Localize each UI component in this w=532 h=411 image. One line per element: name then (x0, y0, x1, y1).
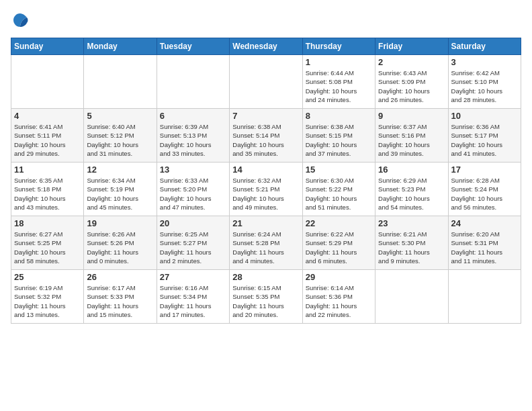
calendar-cell: 16Sunrise: 6:29 AM Sunset: 5:23 PM Dayli… (375, 163, 448, 216)
calendar-cell: 26Sunrise: 6:17 AM Sunset: 5:33 PM Dayli… (84, 270, 157, 324)
day-number: 13 (160, 165, 226, 175)
calendar-cell: 1Sunrise: 6:44 AM Sunset: 5:08 PM Daylig… (302, 55, 375, 109)
calendar-cell: 11Sunrise: 6:35 AM Sunset: 5:18 PM Dayli… (11, 163, 84, 216)
calendar-cell: 12Sunrise: 6:34 AM Sunset: 5:19 PM Dayli… (84, 163, 157, 216)
day-info: Sunrise: 6:38 AM Sunset: 5:15 PM Dayligh… (306, 122, 372, 158)
day-number: 15 (306, 165, 372, 175)
calendar-cell: 22Sunrise: 6:22 AM Sunset: 5:29 PM Dayli… (302, 216, 375, 270)
calendar-cell (448, 270, 521, 324)
day-number: 22 (306, 218, 372, 228)
day-info: Sunrise: 6:38 AM Sunset: 5:14 PM Dayligh… (232, 122, 299, 158)
calendar-cell: 28Sunrise: 6:15 AM Sunset: 5:35 PM Dayli… (230, 270, 302, 324)
calendar-cell: 24Sunrise: 6:20 AM Sunset: 5:31 PM Dayli… (448, 216, 521, 270)
calendar-week-3: 11Sunrise: 6:35 AM Sunset: 5:18 PM Dayli… (11, 163, 521, 216)
calendar-cell: 29Sunrise: 6:14 AM Sunset: 5:36 PM Dayli… (302, 270, 375, 324)
calendar-cell: 21Sunrise: 6:24 AM Sunset: 5:28 PM Dayli… (230, 216, 302, 270)
calendar-week-1: 1Sunrise: 6:44 AM Sunset: 5:08 PM Daylig… (11, 55, 521, 109)
day-number: 7 (232, 111, 299, 121)
calendar-cell: 15Sunrise: 6:30 AM Sunset: 5:22 PM Dayli… (302, 163, 375, 216)
day-number: 29 (306, 272, 372, 282)
calendar-table: SundayMondayTuesdayWednesdayThursdayFrid… (11, 38, 521, 324)
day-number: 11 (14, 165, 81, 175)
day-info: Sunrise: 6:22 AM Sunset: 5:29 PM Dayligh… (306, 230, 372, 265)
calendar-cell (11, 55, 84, 109)
day-number: 20 (160, 218, 226, 228)
day-info: Sunrise: 6:24 AM Sunset: 5:28 PM Dayligh… (232, 230, 299, 265)
calendar-cell: 18Sunrise: 6:27 AM Sunset: 5:25 PM Dayli… (11, 216, 84, 270)
day-number: 25 (14, 272, 81, 282)
day-info: Sunrise: 6:26 AM Sunset: 5:26 PM Dayligh… (87, 230, 153, 265)
calendar-cell: 2Sunrise: 6:43 AM Sunset: 5:09 PM Daylig… (375, 55, 448, 109)
calendar-cell: 13Sunrise: 6:33 AM Sunset: 5:20 PM Dayli… (157, 163, 229, 216)
calendar-week-2: 4Sunrise: 6:41 AM Sunset: 5:11 PM Daylig… (11, 109, 521, 163)
calendar-week-4: 18Sunrise: 6:27 AM Sunset: 5:25 PM Dayli… (11, 216, 521, 270)
calendar-cell: 10Sunrise: 6:36 AM Sunset: 5:17 PM Dayli… (448, 109, 521, 163)
logo (11, 11, 32, 30)
day-number: 28 (232, 272, 299, 282)
calendar-cell: 4Sunrise: 6:41 AM Sunset: 5:11 PM Daylig… (11, 109, 84, 163)
day-number: 6 (160, 111, 226, 121)
day-number: 9 (378, 111, 445, 121)
day-info: Sunrise: 6:34 AM Sunset: 5:19 PM Dayligh… (87, 176, 153, 212)
calendar-cell: 3Sunrise: 6:42 AM Sunset: 5:10 PM Daylig… (448, 55, 521, 109)
logo-icon (11, 11, 30, 30)
day-number: 18 (14, 218, 81, 228)
day-number: 4 (14, 111, 81, 121)
column-header-wednesday: Wednesday (230, 38, 302, 55)
day-number: 21 (232, 218, 299, 228)
day-info: Sunrise: 6:28 AM Sunset: 5:24 PM Dayligh… (451, 176, 518, 212)
day-number: 12 (87, 165, 153, 175)
header (11, 11, 521, 30)
day-info: Sunrise: 6:25 AM Sunset: 5:27 PM Dayligh… (160, 230, 226, 265)
day-number: 16 (378, 165, 445, 175)
calendar-week-5: 25Sunrise: 6:19 AM Sunset: 5:32 PM Dayli… (11, 270, 521, 324)
day-number: 14 (232, 165, 299, 175)
calendar-cell: 8Sunrise: 6:38 AM Sunset: 5:15 PM Daylig… (302, 109, 375, 163)
day-info: Sunrise: 6:43 AM Sunset: 5:09 PM Dayligh… (378, 68, 445, 104)
day-info: Sunrise: 6:20 AM Sunset: 5:31 PM Dayligh… (451, 230, 518, 265)
day-info: Sunrise: 6:40 AM Sunset: 5:12 PM Dayligh… (87, 122, 153, 158)
day-number: 23 (378, 218, 445, 228)
day-info: Sunrise: 6:44 AM Sunset: 5:08 PM Dayligh… (306, 68, 372, 104)
calendar-cell: 17Sunrise: 6:28 AM Sunset: 5:24 PM Dayli… (448, 163, 521, 216)
day-number: 24 (451, 218, 518, 228)
day-info: Sunrise: 6:42 AM Sunset: 5:10 PM Dayligh… (451, 68, 518, 104)
day-number: 17 (451, 165, 518, 175)
column-header-monday: Monday (84, 38, 157, 55)
column-header-tuesday: Tuesday (157, 38, 229, 55)
calendar-cell (84, 55, 157, 109)
calendar-cell: 20Sunrise: 6:25 AM Sunset: 5:27 PM Dayli… (157, 216, 229, 270)
day-info: Sunrise: 6:36 AM Sunset: 5:17 PM Dayligh… (451, 122, 518, 158)
day-info: Sunrise: 6:32 AM Sunset: 5:21 PM Dayligh… (232, 176, 299, 212)
day-info: Sunrise: 6:19 AM Sunset: 5:32 PM Dayligh… (14, 283, 81, 319)
day-info: Sunrise: 6:14 AM Sunset: 5:36 PM Dayligh… (306, 283, 372, 319)
day-number: 26 (87, 272, 153, 282)
day-info: Sunrise: 6:21 AM Sunset: 5:30 PM Dayligh… (378, 230, 445, 265)
day-info: Sunrise: 6:17 AM Sunset: 5:33 PM Dayligh… (87, 283, 153, 319)
day-info: Sunrise: 6:15 AM Sunset: 5:35 PM Dayligh… (232, 283, 299, 319)
day-info: Sunrise: 6:30 AM Sunset: 5:22 PM Dayligh… (306, 176, 372, 212)
day-number: 1 (306, 57, 372, 67)
day-info: Sunrise: 6:16 AM Sunset: 5:34 PM Dayligh… (160, 283, 226, 319)
day-info: Sunrise: 6:33 AM Sunset: 5:20 PM Dayligh… (160, 176, 226, 212)
day-info: Sunrise: 6:27 AM Sunset: 5:25 PM Dayligh… (14, 230, 81, 265)
calendar-cell (157, 55, 229, 109)
calendar-cell: 5Sunrise: 6:40 AM Sunset: 5:12 PM Daylig… (84, 109, 157, 163)
day-number: 27 (160, 272, 226, 282)
calendar-cell (375, 270, 448, 324)
day-info: Sunrise: 6:41 AM Sunset: 5:11 PM Dayligh… (14, 122, 81, 158)
day-number: 8 (306, 111, 372, 121)
calendar-header-row: SundayMondayTuesdayWednesdayThursdayFrid… (11, 38, 521, 55)
day-number: 10 (451, 111, 518, 121)
day-number: 2 (378, 57, 445, 67)
day-info: Sunrise: 6:39 AM Sunset: 5:13 PM Dayligh… (160, 122, 226, 158)
day-info: Sunrise: 6:37 AM Sunset: 5:16 PM Dayligh… (378, 122, 445, 158)
day-info: Sunrise: 6:35 AM Sunset: 5:18 PM Dayligh… (14, 176, 81, 212)
day-number: 19 (87, 218, 153, 228)
calendar-cell: 6Sunrise: 6:39 AM Sunset: 5:13 PM Daylig… (157, 109, 229, 163)
column-header-sunday: Sunday (11, 38, 84, 55)
day-number: 5 (87, 111, 153, 121)
calendar-cell: 23Sunrise: 6:21 AM Sunset: 5:30 PM Dayli… (375, 216, 448, 270)
column-header-saturday: Saturday (448, 38, 521, 55)
calendar-cell: 9Sunrise: 6:37 AM Sunset: 5:16 PM Daylig… (375, 109, 448, 163)
